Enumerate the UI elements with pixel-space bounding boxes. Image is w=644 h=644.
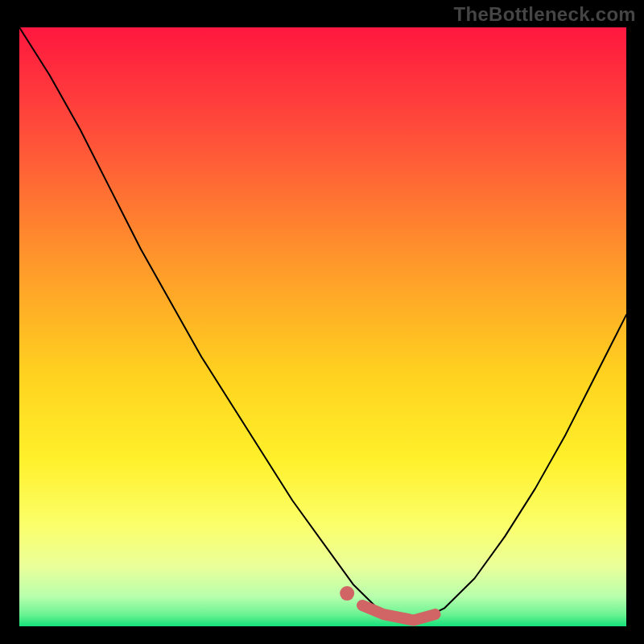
- chart-svg: [19, 27, 626, 626]
- gradient-background: [19, 27, 626, 626]
- plot-area: [19, 27, 626, 626]
- chart-container: TheBottleneck.com: [0, 0, 644, 644]
- highlight-dot: [340, 586, 354, 601]
- watermark-text: TheBottleneck.com: [454, 3, 636, 26]
